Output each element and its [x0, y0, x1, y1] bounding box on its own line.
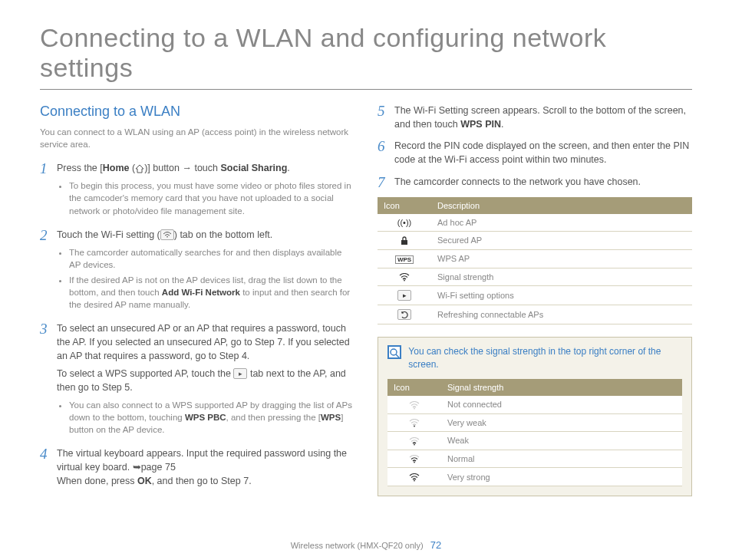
icon-description-table: Icon Description ((•))Ad hoc AP Secured …: [378, 197, 692, 325]
wps-label: WPS: [321, 413, 341, 422]
svg-rect-0: [401, 240, 407, 245]
step-3: 3 To select an unsecured AP or an AP tha…: [40, 321, 354, 439]
table-row: Weak: [387, 432, 682, 450]
cell: Wi-Fi setting options: [431, 286, 692, 305]
wifi-icon: [378, 268, 431, 286]
cell: Weak: [441, 432, 682, 450]
step-body: Press the [Home ()] button → touch Socia…: [57, 161, 354, 219]
cell: Refreshing connectable APs: [431, 305, 692, 324]
step-number: 7: [378, 175, 388, 189]
step-1: 1 Press the [Home ()] button → touch Soc…: [40, 161, 354, 219]
wifi-icon: [387, 432, 441, 450]
svg-point-5: [414, 426, 415, 427]
bullet: To begin this process, you must have som…: [69, 180, 354, 216]
svg-point-7: [414, 462, 415, 463]
text: Press the [: [57, 163, 103, 173]
table-row: ((•))Ad hoc AP: [378, 214, 692, 232]
table-row: Very weak: [387, 413, 682, 432]
wifi-setting-icon: [160, 229, 174, 240]
step-number: 6: [378, 139, 388, 166]
cell: WPS AP: [431, 249, 692, 268]
text: The Wi-Fi Setting screen appears. Scroll…: [394, 105, 686, 130]
table-row: Secured AP: [378, 231, 692, 249]
wifi-icon: [387, 468, 441, 486]
cell: Normal: [441, 450, 682, 468]
col-icon: Icon: [378, 197, 431, 214]
social-sharing-label: Social Sharing: [220, 163, 287, 173]
col-description: Description: [431, 197, 692, 214]
lock-icon: [378, 231, 431, 249]
svg-point-2: [391, 349, 397, 355]
step-number: 3: [40, 321, 51, 439]
step-number: 5: [378, 104, 388, 131]
cell: Not connected: [441, 396, 682, 413]
home-icon: [135, 163, 144, 173]
wifi-icon: [387, 396, 441, 413]
signal-strength-table: Icon Signal strength Not connected Very …: [387, 379, 682, 486]
text: To select a WPS supported AP, touch the: [57, 368, 233, 379]
add-wifi-network-label: Add Wi-Fi Network: [162, 288, 240, 297]
step-4: 4 The virtual keyboard appears. Input th…: [40, 446, 354, 488]
svg-point-1: [404, 280, 405, 282]
step-body: Touch the Wi-Fi setting () tab on the bo…: [57, 228, 354, 315]
step-number: 4: [40, 446, 51, 488]
table-header-row: Icon Signal strength: [387, 379, 682, 396]
step-2: 2 Touch the Wi-Fi setting () tab on the …: [40, 228, 354, 315]
text: The virtual keyboard appears. Input the …: [57, 446, 354, 474]
text: )] button → touch: [144, 163, 220, 173]
step-5: 5 The Wi-Fi Setting screen appears. Scro…: [378, 104, 692, 131]
cell: Signal strength: [431, 268, 692, 286]
step-bullets: To begin this process, you must have som…: [69, 180, 354, 216]
intro-text: You can connect to a WLAN using an AP (a…: [40, 126, 354, 150]
step-7: 7 The camcorder connects to the network …: [378, 175, 692, 189]
chevron-right-icon: ▸: [378, 286, 431, 305]
col-signal: Signal strength: [441, 379, 682, 396]
table-row: ▸Wi-Fi setting options: [378, 286, 692, 305]
table-row: Not connected: [387, 396, 682, 413]
wifi-icon: [387, 413, 441, 432]
bullet: The camcorder automatically searches for…: [69, 246, 354, 271]
table-row: WPSWPS AP: [378, 249, 692, 268]
text: To select an unsecured AP or an AP that …: [57, 321, 354, 363]
text: When done, press: [57, 476, 137, 486]
footer-label: Wireless network (HMX-QF20 only): [291, 541, 424, 550]
content-columns: Connecting to a WLAN You can connect to …: [40, 104, 692, 496]
text: When done, press OK, and then go to Step…: [57, 474, 354, 488]
step-body: The virtual keyboard appears. Input the …: [57, 446, 354, 488]
table-row: Refreshing connectable APs: [378, 305, 692, 324]
svg-line-3: [396, 354, 399, 357]
wifi-icon: [387, 450, 441, 468]
cell: Very weak: [441, 413, 682, 432]
svg-point-4: [414, 407, 415, 409]
cell: Secured AP: [431, 231, 692, 249]
wps-pbc-label: WPS PBC: [185, 413, 226, 422]
magnifier-icon: [387, 345, 401, 359]
svg-point-8: [414, 480, 415, 482]
ok-label: OK: [137, 476, 152, 486]
step-bullets: The camcorder automatically searches for…: [69, 246, 354, 311]
refresh-icon: [378, 305, 431, 324]
page-number: 72: [430, 539, 441, 551]
table-row: Normal: [387, 450, 682, 468]
step-body: To select an unsecured AP or an AP that …: [57, 321, 354, 439]
text: ) tab on the bottom left.: [174, 229, 273, 240]
cell: Ad hoc AP: [431, 214, 692, 232]
step-number: 2: [40, 228, 51, 315]
text: , and then pressing the [: [226, 413, 321, 422]
col-icon: Icon: [387, 379, 441, 396]
text: , and then go to Step 7.: [152, 476, 252, 486]
page-title: Connecting to a WLAN and configuring net…: [40, 23, 692, 90]
table-row: Signal strength: [378, 268, 692, 286]
bullet: If the desired AP is not on the AP devic…: [69, 274, 354, 311]
page-footer: Wireless network (HMX-QF20 only) 72: [0, 539, 732, 551]
bullet: You can also connect to a WPS supported …: [69, 399, 354, 436]
chevron-right-icon: ▸: [233, 368, 247, 379]
table-header-row: Icon Description: [378, 197, 692, 214]
step-number: 1: [40, 161, 51, 219]
home-label: Home: [103, 163, 130, 173]
text: (: [129, 163, 135, 173]
step-body: The Wi-Fi Setting screen appears. Scroll…: [394, 104, 692, 131]
step-6: 6 Record the PIN code displayed on the s…: [378, 139, 692, 166]
text: .: [501, 119, 503, 130]
cell: Very strong: [441, 468, 682, 486]
